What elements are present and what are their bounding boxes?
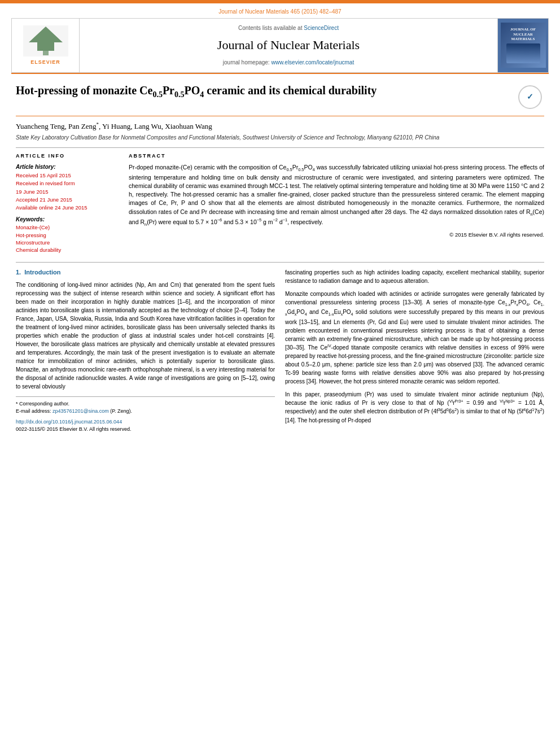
email-note: E-mail address: zp435761201@sina.com (P.… xyxy=(16,408,275,415)
journal-main-title: Journal of Nuclear Materials xyxy=(217,37,360,54)
svg-rect-2 xyxy=(43,51,49,55)
article-info-abstract: ARTICLE INFO Article history: Received 1… xyxy=(16,152,544,254)
email-link[interactable]: zp435761201@sina.com xyxy=(53,408,110,414)
article-info-column: ARTICLE INFO Article history: Received 1… xyxy=(16,152,117,254)
keywords-label: Keywords: xyxy=(16,216,117,224)
homepage-link[interactable]: www.elsevier.com/locate/jnucmat xyxy=(271,59,354,65)
body-two-col: 1. Introduction The conditioning of long… xyxy=(16,268,544,433)
elsevier-tree-icon xyxy=(23,25,68,56)
body-section: 1. Introduction The conditioning of long… xyxy=(16,262,544,433)
intro-text-right-3: In this paper, praseodymium (Pr) was use… xyxy=(285,390,544,425)
article-history-block: Article history: Received 15 April 2015 … xyxy=(16,163,117,211)
date-received: Received 15 April 2015 xyxy=(16,172,117,179)
journal-ref: Journal of Nuclear Materials 465 (2015) … xyxy=(218,8,341,16)
intro-text-right-2: Monazite compounds which loaded with act… xyxy=(285,290,544,386)
doi-section: http://dx.doi.org/10.1016/j.jnucmat.2015… xyxy=(16,418,275,426)
journal-cover-image: JOURNAL OFNUCLEARMATERIALS xyxy=(497,19,548,72)
journal-center: Contents lists available at ScienceDirec… xyxy=(80,19,497,72)
crossmark-circle: ✓ xyxy=(518,85,542,109)
corresponding-author-note: * Corresponding author. xyxy=(16,400,275,408)
date-revised-label: Received in revised form xyxy=(16,180,117,187)
paper-title: Hot-pressing of monazite Ce0.5Pr0.5PO4 c… xyxy=(16,83,516,100)
keyword-4: Chemical durability xyxy=(16,246,117,254)
crossmark-icon: ✓ xyxy=(527,91,533,103)
journal-homepage: journal homepage: www.elsevier.com/locat… xyxy=(223,59,354,67)
body-right-col: fascinating properties such as high acti… xyxy=(285,268,544,433)
journal-cover-inner: JOURNAL OFNUCLEARMATERIALS xyxy=(501,23,546,68)
date-revised: 19 June 2015 xyxy=(16,188,117,195)
keyword-3: Microstructure xyxy=(16,239,117,246)
section-divider-1 xyxy=(16,147,544,148)
journal-header: Journal of Nuclear Materials 465 (2015) … xyxy=(0,3,560,73)
history-label: Article history: xyxy=(16,163,117,171)
footnote-section: * Corresponding author. E-mail address: … xyxy=(16,396,275,433)
abstract-column: ABSTRACT Pr-doped monazite-(Ce) ceramic … xyxy=(129,152,544,254)
keyword-2: Hot-pressing xyxy=(16,231,117,239)
cover-title-text: JOURNAL OFNUCLEARMATERIALS xyxy=(510,27,536,41)
sciencedirect-available: Contents lists available at ScienceDirec… xyxy=(238,24,339,32)
body-left-col: 1. Introduction The conditioning of long… xyxy=(16,268,275,433)
crossmark-badge[interactable]: ✓ xyxy=(516,83,544,111)
article-info-header: ARTICLE INFO xyxy=(16,152,117,160)
copyright-line: © 2015 Elsevier B.V. All rights reserved… xyxy=(129,231,544,238)
doi-link[interactable]: http://dx.doi.org/10.1016/j.jnucmat.2015… xyxy=(16,419,122,425)
intro-text-right-1: fascinating properties such as high acti… xyxy=(285,268,544,285)
elsevier-logo: ELSEVIER xyxy=(12,19,80,72)
page: Journal of Nuclear Materials 465 (2015) … xyxy=(0,0,560,747)
abstract-header: ABSTRACT xyxy=(129,152,544,160)
date-accepted: Accepted 21 June 2015 xyxy=(16,196,117,203)
intro-title: 1. Introduction xyxy=(16,268,275,277)
header-content-box: ELSEVIER Contents lists available at Sci… xyxy=(11,18,549,73)
keyword-1: Monazite-(Ce) xyxy=(16,224,117,231)
paper-content: Hot-pressing of monazite Ce0.5Pr0.5PO4 c… xyxy=(0,74,560,442)
date-online: Available online 24 June 2015 xyxy=(16,204,117,211)
affiliation: State Key Laboratory Cultivation Base fo… xyxy=(16,134,544,142)
issn-line: 0022-3115/© 2015 Elsevier B.V. All right… xyxy=(16,426,275,433)
cover-graphic xyxy=(506,43,540,63)
keywords-section: Keywords: Monazite-(Ce) Hot-pressing Mic… xyxy=(16,216,117,254)
authors-line: Yuancheng Teng, Pan Zeng*, Yi Huang, Lan… xyxy=(16,121,544,132)
paper-title-section: Hot-pressing of monazite Ce0.5Pr0.5PO4 c… xyxy=(16,83,544,116)
sciencedirect-link[interactable]: ScienceDirect xyxy=(304,25,339,31)
elsevier-brand-text: ELSEVIER xyxy=(30,59,60,66)
intro-text-left: The conditioning of long-lived minor act… xyxy=(16,281,275,391)
abstract-text: Pr-doped monazite-(Ce) ceramic with the … xyxy=(129,163,544,228)
